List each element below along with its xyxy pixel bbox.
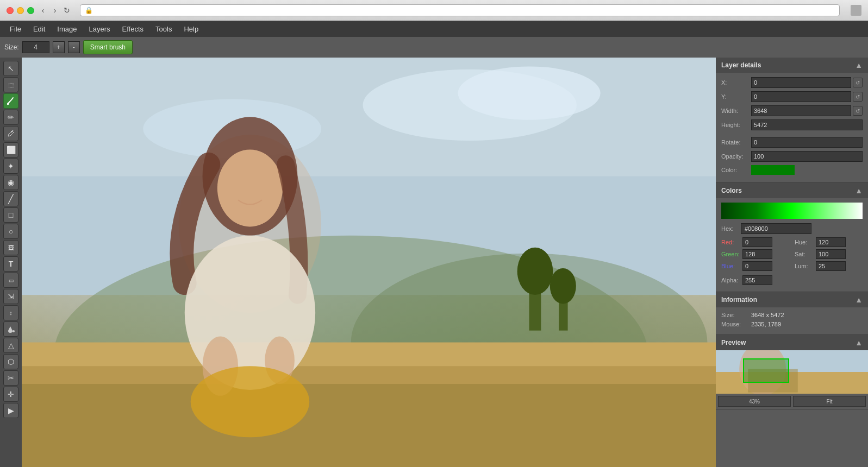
triangle-tool[interactable]: △ [3,338,18,353]
blue-row: Blue: [721,261,789,271]
preview-header[interactable]: Preview ▲ [716,335,868,350]
size-minus-button[interactable]: - [68,41,80,53]
x-reset-button[interactable]: ↺ [853,78,863,87]
back-button[interactable]: ‹ [39,6,47,15]
height-input[interactable] [751,119,863,130]
select-tool[interactable]: ↖ [3,61,18,76]
pencil-tool[interactable]: ✏ [3,110,18,125]
information-header[interactable]: Information ▲ [716,292,868,307]
hue-input[interactable] [816,237,846,247]
blue-input[interactable] [742,261,772,271]
layer-details-content: X: ↺ Y: ↺ Width: ↺ Height: [716,73,868,182]
opacity-row: Opacity: [721,151,863,162]
shape-tool[interactable]: ▭ [3,273,18,288]
brush-tool[interactable] [3,93,18,109]
menu-edit[interactable]: Edit [28,23,51,35]
paint-bucket-tool[interactable] [3,321,18,337]
maximize-button[interactable] [27,7,34,14]
y-reset-button[interactable]: ↺ [853,92,863,102]
lum-label: Lum: [795,263,814,269]
hex-input[interactable] [741,223,811,234]
colors-section: Colors ▲ Hex: Red: [716,183,868,292]
information-collapse[interactable]: ▲ [855,295,863,304]
extension-icon [851,5,861,16]
size-plus-button[interactable]: + [53,41,65,53]
alpha-input[interactable] [742,275,772,285]
preview-thumbnail [716,350,868,394]
layer-details-title: Layer details [721,61,761,69]
sat-input[interactable] [816,249,846,259]
width-reset-button[interactable]: ↺ [853,106,863,116]
size-info-value: 3648 x 5472 [751,312,784,318]
rectangle-tool[interactable]: □ [3,207,18,223]
smart-brush-button[interactable]: Smart brush [83,40,133,54]
address-bar[interactable]: 🔒 [80,4,840,16]
animation-tool[interactable]: ▶ [3,403,18,418]
layer-details-section: Layer details ▲ X: ↺ Y: ↺ Width: ↺ [716,58,868,183]
close-button[interactable] [7,7,14,14]
svg-point-23 [550,268,576,304]
ellipse-tool[interactable]: ○ [3,224,18,239]
layer-details-header[interactable]: Layer details ▲ [716,58,868,73]
svg-rect-12 [22,384,716,467]
reload-button[interactable]: ↻ [63,6,71,15]
red-input[interactable] [742,237,772,247]
color-label: Color: [721,167,751,173]
y-input[interactable] [751,91,851,102]
warp-tool[interactable]: ↕ [3,305,18,320]
layer-details-collapse[interactable]: ▲ [855,61,863,70]
colors-collapse[interactable]: ▲ [855,186,863,195]
size-input[interactable] [22,41,49,53]
eyedropper-tool[interactable] [3,126,18,141]
move-tool[interactable]: ✛ [3,387,18,402]
menu-tools[interactable]: Tools [150,23,177,35]
svg-point-0 [7,103,9,105]
menu-file[interactable]: File [4,23,27,35]
polygon-tool[interactable]: ⬡ [3,354,18,369]
color-gradient-bar[interactable] [721,203,863,219]
width-input[interactable] [751,105,851,116]
preview-section: Preview ▲ 43% Fit [716,335,868,409]
transform-tool[interactable]: ⇲ [3,289,18,304]
green-row: Green: [721,249,789,259]
toolbar: Size: + - Smart brush [0,37,868,58]
x-row: X: ↺ [721,77,863,88]
preview-selection [743,358,789,383]
green-input[interactable] [742,249,772,259]
preview-collapse[interactable]: ▲ [855,338,863,347]
svg-rect-4 [22,58,716,176]
text-tool[interactable]: T [3,256,18,272]
x-input[interactable] [751,77,851,88]
menu-help[interactable]: Help [178,23,204,35]
tools-panel: ↖ ⬚ ✏ ⬜ ✦ ◉ ╱ □ ○ 🖼 T ▭ ⇲ ↕ [0,58,22,467]
marquee-tool[interactable]: ⬚ [3,77,18,92]
rotate-row: Rotate: [721,137,863,148]
forward-button[interactable]: › [51,6,59,15]
preview-fit-button[interactable]: Fit [793,396,866,407]
scissors-tool[interactable]: ✂ [3,370,18,386]
svg-point-2 [13,330,15,332]
preview-content: 43% Fit [716,350,868,409]
canvas-area[interactable] [22,58,716,467]
menu-layers[interactable]: Layers [84,23,116,35]
magic-wand-tool[interactable]: ✦ [3,159,18,174]
minimize-button[interactable] [17,7,24,14]
opacity-input[interactable] [751,151,863,162]
lum-input[interactable] [816,261,846,271]
x-label: X: [721,79,751,86]
menu-effects[interactable]: Effects [117,23,149,35]
rotate-input[interactable] [751,137,863,148]
menu-image[interactable]: Image [52,23,82,35]
line-tool[interactable]: ╱ [3,191,18,206]
colors-header[interactable]: Colors ▲ [716,183,868,198]
size-info-label: Size: [721,312,751,318]
right-panel: Layer details ▲ X: ↺ Y: ↺ Width: ↺ [716,58,868,467]
sat-label: Sat: [795,251,814,257]
image-tool[interactable]: 🖼 [3,240,18,255]
eraser-tool[interactable]: ⬜ [3,142,18,157]
color-row: Color: [721,165,863,175]
clone-tool[interactable]: ◉ [3,175,18,190]
color-swatch[interactable] [751,165,795,175]
preview-zoom-label[interactable]: 43% [718,396,791,407]
svg-point-21 [517,248,553,295]
